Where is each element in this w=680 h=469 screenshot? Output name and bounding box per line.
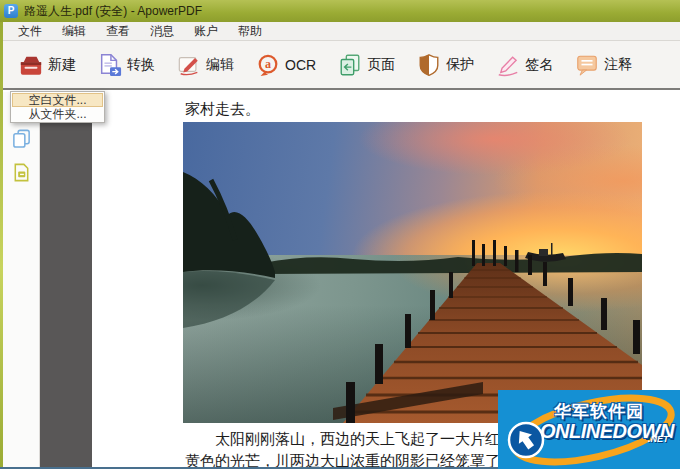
toolbar-label: 注释 [604,56,632,74]
toolbar-label: 保护 [446,56,474,74]
toolbar-label: 编辑 [206,56,234,74]
menu-item-message[interactable]: 消息 [140,22,184,40]
toolbar-label: 页面 [367,56,395,74]
menu-item-help[interactable]: 帮助 [228,22,272,40]
comment-icon [574,52,600,78]
menu-bar: 文件 编辑 查看 消息 账户 帮助 [0,22,680,41]
ocr-icon: a [255,52,281,78]
toolbar-button-ocr[interactable]: a OCR [251,49,320,81]
apowerpdf-logo-icon: P [4,4,18,18]
menu-item-from-folder[interactable]: 从文件夹... [12,107,103,121]
watermark-hand-icon [504,419,550,465]
toolbar-button-convert[interactable]: 转换 [93,49,159,81]
menu-item-view[interactable]: 查看 [96,22,140,40]
toolbar-button-protect[interactable]: 保护 [412,49,478,81]
extract-pages-icon[interactable] [9,160,33,184]
watermark-site-suffix: .NET [648,434,669,444]
toolbar-label: 转换 [127,56,155,74]
toolbar-label: OCR [285,57,316,73]
edit-icon [176,52,202,78]
svg-text:a: a [265,57,271,71]
signature-icon [495,52,521,78]
protect-shield-icon [416,52,442,78]
title-bar: P 路遥人生.pdf (安全) - ApowerPDF [0,0,680,22]
toolbar-label: 签名 [525,56,553,74]
menu-item-account[interactable]: 账户 [184,22,228,40]
toolbar-button-edit[interactable]: 编辑 [172,49,238,81]
photo-foreground [183,122,642,423]
toolbar-button-sign[interactable]: 签名 [491,49,557,81]
document-line: 家村走去。 [185,100,260,119]
convert-icon [97,52,123,78]
menu-item-blank-file[interactable]: 空白文件... [12,93,103,107]
page-thumbnails-icon[interactable] [9,126,33,150]
toolbar-button-new[interactable]: 新建 [14,49,80,81]
document-photo [183,122,642,423]
pages-icon [337,52,363,78]
toolbar: 新建 转换 编辑 a [0,41,680,90]
toolbar-button-pages[interactable]: 页面 [333,49,399,81]
new-file-dropdown-menu: 空白文件... 从文件夹... [10,91,105,123]
toolbar-button-comment[interactable]: 注释 [570,49,636,81]
toolbar-label: 新建 [48,56,76,74]
window-title: 路遥人生.pdf (安全) - ApowerPDF [24,3,202,20]
menu-item-file[interactable]: 文件 [8,22,52,40]
new-file-icon [18,52,44,78]
menu-item-edit[interactable]: 编辑 [52,22,96,40]
sidebar-panel [3,92,40,467]
onlinedown-watermark: 华军软件园 ONLINEDOWN .NET [498,390,680,469]
